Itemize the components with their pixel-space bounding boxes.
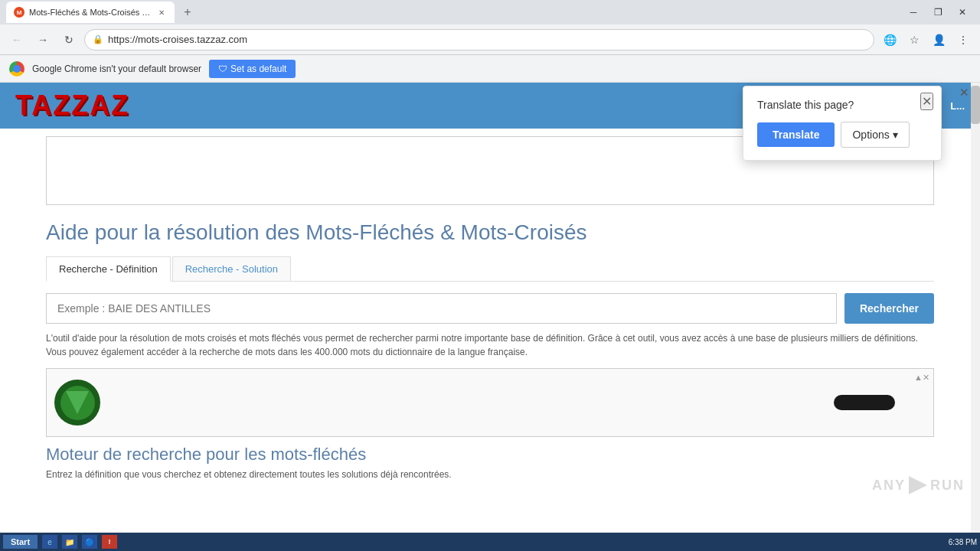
address-text: https://mots-croises.tazzaz.com [108, 34, 247, 45]
folder-icon: 📁 [65, 538, 74, 546]
shield-icon: 🛡 [218, 64, 227, 74]
taskbar-folder-icon[interactable]: 📁 [62, 535, 77, 549]
more-button[interactable]: ⋮ [952, 29, 974, 51]
taskbar-right: 6:38 PM [949, 538, 977, 546]
search-button[interactable]: Rechercher [844, 293, 934, 324]
back-button[interactable]: ← [6, 29, 28, 51]
translate-popup-close[interactable]: ✕ [920, 93, 933, 110]
scrollbar-thumb[interactable] [971, 86, 980, 124]
minimize-button[interactable]: ─ [902, 5, 925, 20]
taskbar-ie-icon[interactable]: e [42, 535, 57, 549]
tab-close-button[interactable]: ✕ [156, 7, 167, 18]
ad-logo-inner [60, 386, 95, 420]
ad-close-btn[interactable]: ▲✕ [914, 373, 929, 383]
search-row: Rechercher [46, 293, 934, 324]
taskbar-time: 6:38 PM [949, 538, 977, 546]
anyrun-play-icon [909, 476, 927, 494]
forward-button[interactable]: → [32, 29, 54, 51]
search-input[interactable] [46, 293, 837, 324]
taskbar-chrome-icon[interactable]: 🔵 [82, 535, 97, 549]
ad-logo [54, 380, 100, 425]
translate-actions: Translate Options ▾ [757, 122, 927, 148]
anyrun-watermark: ANY RUN [872, 476, 965, 494]
set-default-button[interactable]: 🛡 Set as default [209, 60, 296, 78]
new-tab-button[interactable]: + [178, 2, 198, 22]
nav-link-other[interactable]: L... [950, 100, 965, 112]
section-desc: Entrez la définition que vous cherchez e… [46, 469, 934, 480]
browser-toolbar: ← → ↻ 🔒 https://mots-croises.tazzaz.com … [0, 24, 980, 55]
tabs-row: Recherche - Définition Recherche - Solut… [46, 256, 934, 282]
address-bar[interactable]: 🔒 https://mots-croises.tazzaz.com [84, 29, 874, 51]
browser-tab[interactable]: M Mots-Fléchés & Mots-Croisés : Solu… ✕ [6, 2, 175, 23]
notification-bar: Google Chrome isn't your default browser… [0, 55, 980, 83]
start-button[interactable]: Start [3, 535, 38, 549]
content-ad-block: ▲✕ [46, 368, 934, 437]
translate-popup-outer-close[interactable]: ✕ [959, 86, 969, 99]
tab-favicon: M [14, 7, 24, 18]
close-window-button[interactable]: ✕ [951, 5, 974, 20]
window-controls: ─ ❐ ✕ [902, 5, 974, 20]
bookmark-button[interactable]: ☆ [903, 29, 925, 51]
tab-title: Mots-Fléchés & Mots-Croisés : Solu… [29, 8, 152, 17]
ad-cta-button[interactable] [834, 395, 895, 410]
chrome-taskbar-icon: 🔵 [85, 538, 94, 546]
lock-icon: 🔒 [93, 34, 103, 44]
translate-popup: ✕ Translate this page? Translate Options… [743, 86, 942, 161]
section-title: Moteur de recherche pour les mots-fléché… [46, 445, 934, 465]
chevron-down-icon: ▾ [893, 129, 898, 141]
restore-button[interactable]: ❐ [926, 5, 949, 20]
ad-green-shape [66, 391, 89, 414]
reload-button[interactable]: ↻ [58, 29, 80, 51]
taskbar: Start e 📁 🔵 ! 6:38 PM [0, 533, 980, 551]
chrome-logo [9, 61, 24, 77]
tab-solution[interactable]: Recherche - Solution [172, 256, 291, 281]
translate-popup-title: Translate this page? [757, 99, 927, 111]
translate-button[interactable]: Translate [757, 122, 835, 147]
tab-definition[interactable]: Recherche - Définition [46, 256, 171, 282]
ad-close-area: ▲✕ [914, 373, 929, 383]
options-button[interactable]: Options ▾ [841, 122, 909, 148]
profile-button[interactable]: 👤 [928, 29, 949, 51]
page-title: Aide pour la résolution des Mots-Fléchés… [46, 220, 934, 245]
taskbar-red-icon[interactable]: ! [102, 535, 117, 549]
toolbar-icons: 🌐 ☆ 👤 ⋮ [879, 29, 974, 51]
ie-icon: e [47, 538, 52, 546]
translate-icon-btn[interactable]: 🌐 [879, 29, 900, 51]
main-content: Aide pour la résolution des Mots-Fléchés… [0, 213, 980, 487]
description-text: L'outil d'aide pour la résolution de mot… [46, 331, 934, 359]
scrollbar-track[interactable] [971, 83, 980, 533]
red-icon: ! [109, 538, 111, 546]
browser-titlebar: M Mots-Fléchés & Mots-Croisés : Solu… ✕ … [0, 0, 980, 24]
site-logo: TAZZAZ [15, 90, 129, 122]
notification-text: Google Chrome isn't your default browser [32, 64, 201, 74]
